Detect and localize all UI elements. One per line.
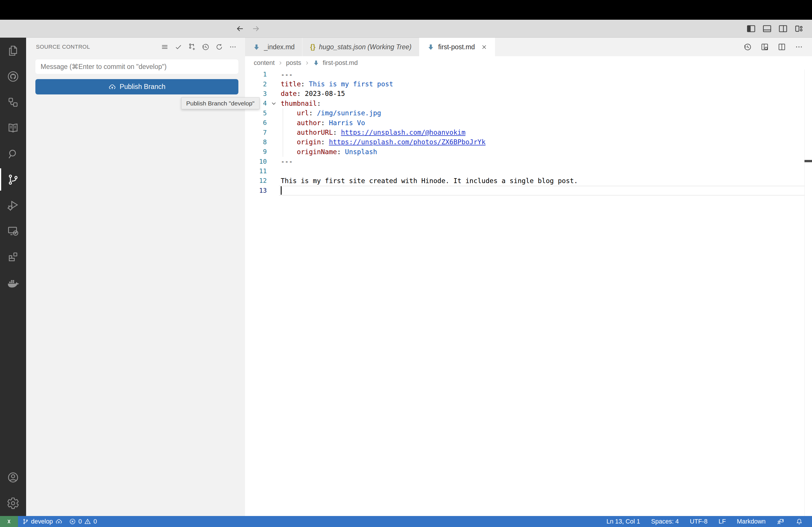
tooltip-text: Publish Branch "develop"	[186, 100, 255, 107]
tab-index-md[interactable]: _index.md	[245, 37, 303, 56]
activity-account[interactable]	[0, 464, 26, 490]
code-text[interactable]: ---	[281, 71, 293, 78]
activity-references[interactable]	[0, 89, 26, 115]
line-number[interactable]: 3	[245, 90, 267, 97]
refresh-icon[interactable]	[215, 42, 224, 51]
more-actions-icon[interactable]	[228, 42, 237, 51]
breadcrumb-item-content[interactable]: content	[254, 59, 275, 66]
commit-check-icon[interactable]	[174, 42, 183, 51]
feedback-icon	[777, 518, 784, 526]
line-number[interactable]: 7	[245, 129, 267, 136]
cursor-position[interactable]: Ln 13, Col 1	[601, 518, 646, 525]
sidebar-title: SOURCE CONTROL	[36, 44, 90, 50]
code-line[interactable]: 7 authorURL: https://unsplash.com/@hoanv…	[245, 127, 812, 137]
arrow-left-icon	[235, 24, 245, 33]
line-number[interactable]: 11	[245, 167, 267, 175]
code-line[interactable]: 10---	[245, 157, 812, 166]
code-text[interactable]: title: This is my first post	[281, 80, 393, 88]
indentation[interactable]: Spaces: 4	[646, 518, 684, 525]
back-button[interactable]	[234, 23, 246, 34]
code-line[interactable]: 8 origin: https://unsplash.com/photos/ZX…	[245, 137, 812, 147]
code-text[interactable]: url: /img/sunrise.jpg	[281, 109, 381, 117]
open-preview-icon[interactable]	[760, 42, 770, 52]
eol-sequence[interactable]: LF	[713, 518, 731, 525]
feedback-indicator[interactable]	[771, 518, 790, 526]
more-actions-icon[interactable]	[794, 42, 804, 52]
breadcrumb-item-file[interactable]: first-post.md	[323, 59, 358, 66]
notifications-indicator[interactable]	[790, 518, 809, 525]
activity-github[interactable]	[0, 63, 26, 89]
publish-branch-button[interactable]: Publish Branch	[35, 79, 238, 94]
activity-remote-explorer[interactable]	[0, 218, 26, 244]
commit-message-input[interactable]	[35, 59, 238, 74]
language-mode[interactable]: Markdown	[731, 518, 771, 525]
search-icon	[7, 148, 19, 160]
activity-docker[interactable]	[0, 270, 26, 296]
code-text[interactable]: ---	[281, 157, 293, 165]
code-text[interactable]: author: Harris Vo	[281, 119, 365, 126]
line-number[interactable]: 10	[245, 158, 267, 165]
line-number[interactable]: 6	[245, 119, 267, 126]
code-text[interactable]: originName: Unsplash	[281, 148, 377, 155]
toggle-panel-icon[interactable]	[762, 23, 772, 34]
line-number[interactable]: 2	[245, 80, 267, 88]
code-line[interactable]: 6 author: Harris Vo	[245, 118, 812, 127]
source-control-header: SOURCE CONTROL	[26, 37, 245, 56]
activity-extensions[interactable]	[0, 244, 26, 270]
error-count: 0	[78, 518, 82, 525]
remote-icon	[5, 517, 13, 526]
code-text[interactable]: date: 2023-08-15	[281, 90, 345, 97]
line-number[interactable]: 8	[245, 138, 267, 146]
customize-layout-icon[interactable]	[794, 23, 804, 34]
split-editor-icon[interactable]	[777, 42, 787, 52]
activity-explorer[interactable]	[0, 37, 26, 63]
timeline-icon[interactable]	[743, 42, 753, 52]
code-line[interactable]: 11	[245, 166, 812, 176]
close-icon[interactable]	[481, 44, 488, 50]
code-line[interactable]: 4thumbnail:	[245, 99, 812, 108]
line-number[interactable]: 5	[245, 109, 267, 117]
code-text[interactable]: This is my first site created with Hinod…	[281, 177, 578, 184]
line-number[interactable]: 9	[245, 148, 267, 155]
activity-docs[interactable]	[0, 115, 26, 141]
view-as-list-icon[interactable]	[160, 42, 169, 51]
activity-source-control[interactable]	[0, 167, 26, 192]
code-text[interactable]: thumbnail:	[281, 100, 321, 107]
activity-run-debug[interactable]	[0, 192, 26, 218]
remote-indicator[interactable]	[0, 516, 18, 527]
markdown-icon	[252, 43, 260, 51]
code-line[interactable]: 3date: 2023-08-15	[245, 89, 812, 99]
line-number[interactable]: 1	[245, 71, 267, 78]
history-icon[interactable]	[201, 42, 210, 51]
code-text[interactable]: origin: https://unsplash.com/photos/ZX6B…	[281, 138, 485, 146]
code-line[interactable]: 1---	[245, 70, 812, 79]
code-line[interactable]: 12This is my first site created with Hin…	[245, 176, 812, 185]
tab-first-post-md[interactable]: first-post.md	[419, 37, 495, 56]
code-line[interactable]: 13	[245, 186, 812, 195]
code-text[interactable]	[281, 186, 281, 195]
code-editor[interactable]: 1---2title: This is my first post3date: …	[245, 70, 812, 195]
fold-chevron-icon[interactable]	[267, 100, 281, 107]
line-number[interactable]: 13	[245, 187, 267, 194]
run-debug-icon	[7, 199, 19, 212]
toggle-sidebar-icon[interactable]	[745, 23, 757, 34]
line-number[interactable]: 12	[245, 177, 267, 184]
gear-icon	[7, 497, 19, 510]
activity-settings[interactable]	[0, 490, 26, 516]
code-line[interactable]: 5 url: /img/sunrise.jpg	[245, 108, 812, 118]
publish-cloud-icon	[55, 518, 63, 525]
forward-button[interactable]	[249, 23, 262, 34]
vscode-window: { "titlebar": { "search_text": "hinode-d…	[0, 0, 812, 527]
breadcrumb-item-posts[interactable]: posts	[286, 59, 301, 66]
code-line[interactable]: 2title: This is my first post	[245, 79, 812, 89]
create-branch-icon[interactable]	[187, 42, 197, 51]
activity-search[interactable]	[0, 141, 26, 167]
tab-hugo-stats-json[interactable]: {} hugo_stats.json (Working Tree)	[303, 37, 419, 56]
markdown-icon	[427, 43, 435, 51]
branch-indicator[interactable]: develop	[19, 518, 66, 525]
problems-indicator[interactable]: 0 0	[66, 518, 100, 525]
code-text[interactable]: authorURL: https://unsplash.com/@hoanvok…	[281, 129, 465, 136]
code-line[interactable]: 9 originName: Unsplash	[245, 147, 812, 156]
encoding[interactable]: UTF-8	[684, 518, 713, 525]
toggle-secondary-sidebar-icon[interactable]	[778, 23, 788, 34]
